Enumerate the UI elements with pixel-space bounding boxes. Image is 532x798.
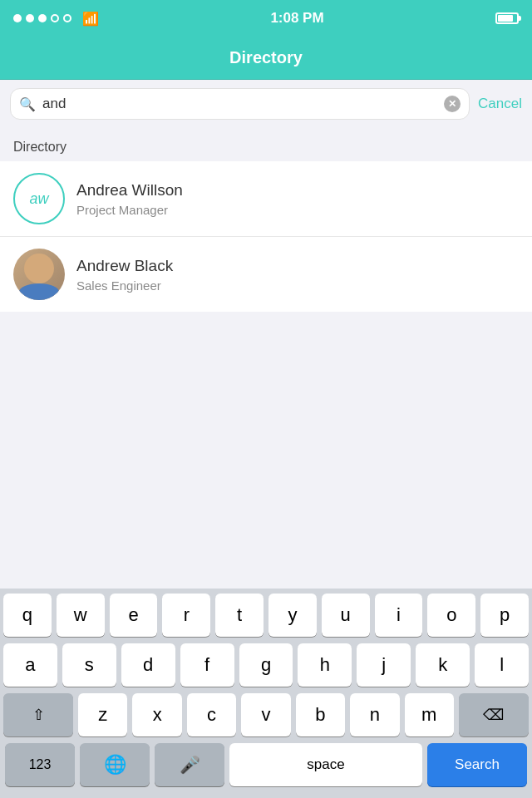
battery-icon bbox=[495, 12, 519, 24]
person-name: Andrea Willson bbox=[76, 181, 183, 200]
dot5 bbox=[63, 14, 71, 22]
avatar: aw bbox=[13, 173, 65, 224]
avatar-body bbox=[19, 283, 59, 300]
search-key[interactable]: Search bbox=[427, 743, 527, 786]
key-m[interactable]: m bbox=[405, 693, 454, 736]
globe-key[interactable]: 🌐 bbox=[80, 743, 150, 786]
search-key-label: Search bbox=[455, 756, 500, 773]
key-i[interactable]: i bbox=[375, 594, 423, 637]
search-query[interactable]: and bbox=[42, 96, 437, 112]
key-s[interactable]: s bbox=[62, 643, 116, 687]
signal-indicators: 📶 bbox=[13, 11, 99, 27]
mic-icon: 🎤 bbox=[180, 755, 200, 775]
search-input-container[interactable]: 🔍 and ✕ bbox=[10, 88, 470, 120]
key-y[interactable]: y bbox=[268, 594, 317, 637]
key-z[interactable]: z bbox=[78, 693, 127, 736]
globe-icon: 🌐 bbox=[104, 754, 126, 776]
person-info: Andrea Willson Project Manager bbox=[76, 181, 183, 217]
clear-icon: ✕ bbox=[448, 99, 456, 109]
keyboard: qwertyuiop asdfghjkl ⇧ zxcvbnm⌫ 123 🌐 🎤 … bbox=[0, 589, 532, 798]
section-header-directory: Directory bbox=[0, 128, 532, 161]
delete-key[interactable]: ⌫ bbox=[459, 693, 529, 736]
key-b[interactable]: b bbox=[296, 693, 345, 736]
key-q[interactable]: q bbox=[3, 594, 52, 637]
key-o[interactable]: o bbox=[427, 594, 475, 637]
clear-button[interactable]: ✕ bbox=[444, 96, 461, 112]
avatar-head bbox=[24, 254, 54, 283]
wifi-icon: 📶 bbox=[82, 11, 99, 27]
status-time: 1:08 PM bbox=[270, 10, 323, 27]
key-r[interactable]: r bbox=[162, 594, 210, 637]
key-e[interactable]: e bbox=[110, 594, 158, 637]
results-list: aw Andrea Willson Project Manager Andrew… bbox=[0, 161, 532, 312]
keyboard-row-3: ⇧ zxcvbnm⌫ bbox=[0, 688, 532, 738]
cancel-button[interactable]: Cancel bbox=[478, 96, 522, 112]
person-role: Project Manager bbox=[76, 203, 183, 217]
dot2 bbox=[26, 14, 34, 22]
list-item[interactable]: Andrew Black Sales Engineer bbox=[0, 236, 532, 312]
search-bar: 🔍 and ✕ Cancel bbox=[0, 80, 532, 128]
shift-key[interactable]: ⇧ bbox=[3, 693, 73, 736]
key-w[interactable]: w bbox=[57, 594, 105, 637]
person-role: Sales Engineer bbox=[76, 278, 173, 293]
list-item[interactable]: aw Andrea Willson Project Manager bbox=[0, 161, 532, 236]
person-name: Andrew Black bbox=[76, 257, 173, 275]
search-icon: 🔍 bbox=[19, 96, 36, 112]
key-a[interactable]: a bbox=[3, 643, 57, 687]
keyboard-bottom-row: 123 🌐 🎤 space Search bbox=[0, 738, 532, 798]
header: Directory bbox=[0, 37, 532, 80]
avatar bbox=[13, 249, 65, 300]
key-u[interactable]: u bbox=[322, 594, 370, 637]
page-title: Directory bbox=[229, 48, 303, 67]
key-j[interactable]: j bbox=[357, 643, 411, 687]
key-t[interactable]: t bbox=[215, 594, 264, 637]
dot3 bbox=[38, 14, 47, 22]
key-p[interactable]: p bbox=[480, 594, 529, 637]
key-k[interactable]: k bbox=[416, 643, 470, 687]
key-x[interactable]: x bbox=[132, 693, 181, 736]
key-g[interactable]: g bbox=[239, 643, 293, 687]
dot4 bbox=[51, 14, 59, 22]
key-c[interactable]: c bbox=[187, 693, 236, 736]
key-h[interactable]: h bbox=[298, 643, 352, 687]
person-info: Andrew Black Sales Engineer bbox=[76, 257, 173, 293]
key-d[interactable]: d bbox=[121, 643, 175, 687]
dot1 bbox=[13, 14, 22, 22]
mic-key[interactable]: 🎤 bbox=[155, 743, 224, 786]
key-v[interactable]: v bbox=[241, 693, 290, 736]
keyboard-row-1: qwertyuiop bbox=[0, 589, 532, 638]
status-bar: 📶 1:08 PM bbox=[0, 0, 532, 37]
battery-fill bbox=[498, 15, 513, 22]
key-f[interactable]: f bbox=[180, 643, 234, 687]
keyboard-row-2: asdfghjkl bbox=[0, 638, 532, 688]
space-key[interactable]: space bbox=[229, 743, 422, 786]
numbers-label: 123 bbox=[29, 757, 52, 772]
space-label: space bbox=[307, 756, 344, 773]
numbers-key[interactable]: 123 bbox=[5, 743, 75, 786]
avatar-initials: aw bbox=[29, 190, 48, 208]
battery-area bbox=[495, 12, 519, 24]
key-l[interactable]: l bbox=[475, 643, 529, 687]
key-n[interactable]: n bbox=[350, 693, 399, 736]
